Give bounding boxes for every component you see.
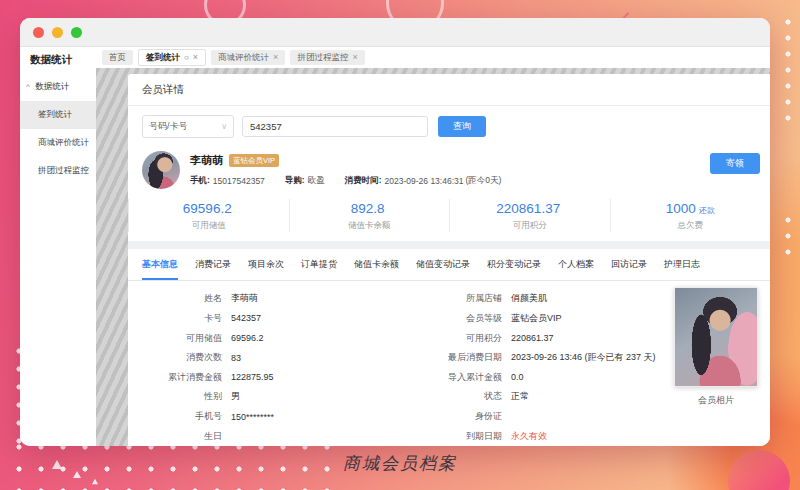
detail-tab[interactable]: 储值变动记录	[416, 249, 470, 280]
consume-time-note: (距今0天)	[465, 175, 501, 187]
field-label: 卡号	[134, 312, 222, 325]
field-label: 手机号	[134, 410, 222, 423]
detail-tab-label: 项目余次	[248, 259, 284, 269]
detail-tab[interactable]: 消费记录	[195, 249, 231, 280]
sidebar-item-label: 签到统计	[38, 109, 72, 119]
field-value: 542357	[231, 313, 261, 323]
form-row: 到期日期 永久有效	[424, 426, 756, 446]
field-value: 220861.37	[511, 333, 554, 343]
stat-item: 1000还款 总欠费	[610, 199, 771, 232]
search-type-select[interactable]: 号码/卡号 ∨	[142, 115, 234, 138]
close-icon[interactable]: ×	[273, 50, 278, 65]
sidebar-group-data-stats[interactable]: ^ 数据统计	[20, 73, 96, 101]
field-label: 累计消费金额	[134, 371, 222, 384]
form-row: 卡号 542357	[134, 309, 424, 329]
member-name: 李萌萌	[190, 153, 223, 168]
phone-label: 手机:	[190, 175, 210, 187]
collapse-icon: ^	[26, 82, 30, 91]
maximize-window-button[interactable]	[71, 27, 82, 38]
phone-value: 15017542357	[213, 176, 265, 186]
field-value: 正常	[511, 390, 529, 403]
stat-item: 892.8 储值卡余额	[289, 199, 450, 232]
detail-tab[interactable]: 护理日志	[664, 249, 700, 280]
close-icon[interactable]: ×	[352, 50, 357, 65]
detail-tab-label: 积分变动记录	[487, 259, 541, 269]
field-value: 男	[231, 390, 240, 403]
select-value: 号码/卡号	[149, 120, 188, 133]
field-label: 可用积分	[424, 332, 502, 345]
repay-link[interactable]: 还款	[699, 206, 715, 215]
tab-label: 签到统计	[146, 50, 180, 65]
sidebar-item-label: 拼团过程监控	[38, 165, 89, 175]
field-label: 导入累计金额	[424, 371, 502, 384]
field-label: 生日	[134, 430, 222, 443]
close-icon[interactable]: ×	[193, 50, 198, 65]
field-value: 83	[231, 353, 241, 363]
detail-tab[interactable]: 积分变动记录	[487, 249, 541, 280]
refresh-icon[interactable]: ○	[184, 50, 189, 65]
field-label: 会员等级	[424, 312, 502, 325]
detail-tab[interactable]: 个人档案	[558, 249, 594, 280]
field-value: 69596.2	[231, 333, 264, 343]
card-title: 会员详情	[128, 74, 770, 106]
consume-time-label: 消费时间:	[345, 175, 382, 187]
field-value: 150********	[231, 412, 274, 422]
basic-info-form: 姓名 李萌萌 卡号 542357 可用储值	[128, 281, 770, 446]
detail-tab-bar: 基本信息 消费记录 项目余次 订单提货	[128, 249, 770, 281]
app-window: 数据统计 ^ 数据统计 签到统计 商城评价统计 拼团过程监控	[20, 18, 770, 446]
stat-label: 可用积分	[450, 220, 610, 232]
detail-tab-label: 消费记录	[195, 259, 231, 269]
page-tab[interactable]: 首页 ○ ×	[102, 50, 133, 65]
detail-tab-label: 基本信息	[142, 259, 178, 269]
form-row: 累计消费金额 122875.95	[134, 368, 424, 388]
detail-tab[interactable]: 订单提货	[301, 249, 337, 280]
sidebar-item[interactable]: 商城评价统计	[20, 129, 96, 157]
tab-label: 商城评价统计	[218, 50, 269, 65]
sidebar-item[interactable]: 拼团过程监控	[20, 157, 96, 185]
stat-value: 69596.2	[183, 201, 232, 216]
form-row: 消费次数 83	[134, 348, 424, 368]
detail-tab-label: 储值卡余额	[354, 259, 399, 269]
form-row: 姓名 李萌萌	[134, 289, 424, 309]
field-label: 可用储值	[134, 332, 222, 345]
page-tab[interactable]: 签到统计 ○ ×	[138, 49, 206, 66]
field-label: 消费次数	[134, 351, 222, 364]
close-window-button[interactable]	[33, 27, 44, 38]
field-value: 李萌萌	[231, 292, 258, 305]
detail-tab[interactable]: 基本信息	[142, 249, 178, 280]
detail-tab[interactable]: 项目余次	[248, 249, 284, 280]
tab-label: 首页	[109, 50, 126, 65]
form-column-left: 姓名 李萌萌 卡号 542357 可用储值	[134, 289, 424, 446]
page-tab[interactable]: 拼团过程监控 ○ ×	[290, 50, 364, 65]
stat-label: 可用储值	[129, 220, 289, 232]
sidebar-item[interactable]: 签到统计	[20, 101, 96, 129]
detail-tab-label: 储值变动记录	[416, 259, 470, 269]
sidebar-title: 数据统计	[20, 47, 96, 73]
card-number-input[interactable]	[242, 116, 428, 137]
member-summary: 李萌萌 蓝钻会员VIP 手机: 15017542357 导购: 欧盈 消费时间:…	[128, 145, 770, 191]
form-row: 手机号 150********	[134, 407, 424, 427]
form-row: 性别 男	[134, 387, 424, 407]
member-avatar	[142, 151, 180, 189]
guide-value: 欧盈	[308, 175, 325, 187]
detail-tab[interactable]: 回访记录	[611, 249, 647, 280]
decor-dot-column-right	[780, 14, 796, 130]
member-photo	[674, 287, 758, 387]
sidebar: 数据统计 ^ 数据统计 签到统计 商城评价统计 拼团过程监控	[20, 47, 96, 446]
decor-triangle	[92, 479, 98, 484]
minimize-window-button[interactable]	[52, 27, 63, 38]
stat-label: 总欠费	[611, 220, 771, 232]
member-detail-card: 会员详情 号码/卡号 ∨ 查询 李萌萌	[128, 74, 770, 446]
stat-label: 储值卡余额	[290, 220, 450, 232]
sidebar-item-label: 商城评价统计	[38, 137, 89, 147]
deposit-button[interactable]: 寄领	[710, 153, 760, 174]
stat-value: 1000	[666, 201, 696, 216]
query-button[interactable]: 查询	[438, 116, 486, 137]
tab-bar: 首页 ○ × 签到统计 ○ × 商城评价统计 ○ ×	[96, 47, 770, 68]
photo-label: 会员相片	[672, 394, 760, 407]
stat-value: 892.8	[351, 201, 385, 216]
page-tab[interactable]: 商城评价统计 ○ ×	[211, 50, 285, 65]
detail-tab-label: 护理日志	[664, 259, 700, 269]
tab-label: 拼团过程监控	[297, 50, 348, 65]
detail-tab[interactable]: 储值卡余额	[354, 249, 399, 280]
